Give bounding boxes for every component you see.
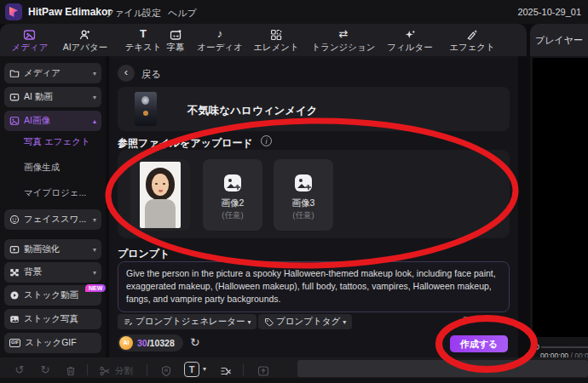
main-panel: ‹ 戻る 不気味なハロウィンメイク 参照ファイルをアップロード 画像2 (任意) <box>109 56 518 357</box>
tab-label: 字幕 <box>167 42 185 54</box>
text-icon: T <box>125 27 162 41</box>
tab-elements[interactable]: エレメント <box>253 27 299 54</box>
chevron-down-icon: ▾ <box>93 70 96 77</box>
app-name: HitPaw Edimakor <box>28 6 112 18</box>
add-image-icon <box>293 173 314 193</box>
tag-icon <box>264 317 274 327</box>
prompt-generator-button[interactable]: プロンプトジェネレーター ▾ <box>118 314 257 329</box>
add-image-icon <box>222 173 243 193</box>
tab-audio[interactable]: ♪ オーディオ <box>197 27 242 54</box>
undo-icon[interactable]: ↺ <box>10 361 29 380</box>
text-tool-button[interactable]: T <box>184 362 199 377</box>
credits-used: 30 <box>137 338 147 348</box>
top-tab-bar: メディア AIアバター T テキスト 字幕 ♪ オーディオ エレメント ⇄ トラ… <box>0 24 527 56</box>
stock-video-icon <box>9 290 20 300</box>
sidebar-item-face-swap[interactable]: フェイススワ... ▾ <box>4 209 101 230</box>
ai-credit-coin-icon: AI <box>119 336 133 350</box>
uploaded-portrait-photo <box>140 162 181 228</box>
timeline-track-area[interactable] <box>297 360 588 377</box>
sidebar: メディア ▾ AI 動画 ▾ AI画像 ▴ 写真 エフェクト 画像生成 マイプロ… <box>0 56 106 357</box>
sidebar-subitem-image-generation[interactable]: 画像生成 <box>24 160 60 175</box>
player-seek-bar[interactable] <box>533 343 588 350</box>
upload-slot-2[interactable]: 画像2 (任意) <box>203 159 262 231</box>
elements-grid-icon <box>253 27 299 41</box>
track-split-icon[interactable] <box>216 361 235 380</box>
shield-icon[interactable] <box>157 361 176 380</box>
tab-label: トランジション <box>311 42 375 54</box>
scissors-icon[interactable] <box>95 361 114 380</box>
chevron-down-icon: ▾ <box>343 318 346 326</box>
sidebar-item-stock-photo[interactable]: ストック写真 <box>4 309 101 329</box>
title-bar: HitPaw Edimakor ファイル 設定 ヘルプ 2025-10-29_0… <box>0 0 588 24</box>
credits-pill[interactable]: AI 30 /10328 <box>118 334 183 352</box>
upload-section-title: 参照ファイルをアップロード <box>118 136 253 151</box>
sidebar-item-stock-gif[interactable]: GIF ストックGIF <box>4 333 101 353</box>
chevron-down-icon: ▾ <box>93 246 96 254</box>
tab-subtitles[interactable]: 字幕 <box>167 27 185 54</box>
chevron-down-icon[interactable]: ▾ <box>203 365 206 373</box>
sidebar-item-ai-video[interactable]: AI 動画 ▾ <box>4 87 101 107</box>
menu-file[interactable]: ファイル <box>105 7 143 20</box>
delete-icon[interactable] <box>61 361 80 380</box>
app-window: HitPaw Edimakor ファイル 設定 ヘルプ 2025-10-29_0… <box>0 0 588 383</box>
player-title: プレイヤー <box>535 34 583 47</box>
template-title: 不気味なハロウィンメイク <box>187 104 318 118</box>
menu-help[interactable]: ヘルプ <box>168 7 197 20</box>
video-enhance-icon <box>9 244 20 254</box>
player-panel: 00:00:00 / 00:00:00 <box>530 56 588 357</box>
chevron-down-icon: ▾ <box>93 216 96 224</box>
subtitles-icon <box>167 27 185 41</box>
create-button[interactable]: 作成する <box>450 335 508 352</box>
tab-filters[interactable]: フィルター <box>387 27 432 54</box>
ai-image-icon <box>9 116 20 126</box>
effects-wand-icon <box>449 27 495 41</box>
audio-note-icon: ♪ <box>197 27 242 41</box>
gif-icon: GIF <box>9 339 20 347</box>
tab-effects[interactable]: エフェクト <box>449 27 495 54</box>
upload-slot-3[interactable]: 画像3 (任意) <box>274 159 333 231</box>
chevron-down-icon: ▾ <box>93 94 96 101</box>
bottom-strip <box>0 378 588 383</box>
sidebar-item-background[interactable]: 背景 ▾ <box>4 262 101 283</box>
video-icon <box>9 92 20 102</box>
export-icon[interactable] <box>254 361 273 380</box>
prompt-textarea[interactable]: Give the person in the picture a spooky … <box>118 261 510 312</box>
tab-media[interactable]: メディア <box>12 27 49 54</box>
menu-settings[interactable]: 設定 <box>142 7 161 20</box>
prompt-section-title: プロンプト <box>118 247 170 261</box>
sidebar-item-media[interactable]: メディア ▾ <box>4 63 101 83</box>
tab-label: オーディオ <box>197 42 242 54</box>
media-icon <box>12 27 49 41</box>
upload-card: 画像2 (任意) 画像3 (任意) <box>118 150 510 238</box>
refresh-icon[interactable]: ↻ <box>190 335 200 349</box>
sidebar-item-video-enhance[interactable]: 動画強化 ▾ <box>4 239 101 260</box>
face-swap-icon <box>9 214 20 225</box>
new-badge: NEW <box>85 284 106 292</box>
split-label[interactable]: 分割 <box>115 365 133 377</box>
template-thumbnail <box>135 92 157 126</box>
tab-label: AIアバター <box>63 42 108 54</box>
tab-text[interactable]: T テキスト <box>125 27 162 54</box>
sidebar-item-ai-image[interactable]: AI画像 ▴ <box>4 111 101 131</box>
seek-knob[interactable] <box>533 344 539 350</box>
upload-slot-1[interactable] <box>130 159 190 231</box>
chevron-up-icon: ▴ <box>93 117 96 125</box>
back-label: 戻る <box>141 68 161 81</box>
transition-arrows-icon: ⇄ <box>311 27 375 41</box>
info-icon[interactable] <box>261 135 272 146</box>
tab-label: テキスト <box>125 42 162 54</box>
char-count: 317/2000 <box>463 314 497 323</box>
credits-total: /10328 <box>147 338 175 348</box>
template-card: 不気味なハロウィンメイク <box>118 87 510 131</box>
avatar-icon <box>63 27 108 41</box>
back-button[interactable]: ‹ <box>118 65 135 82</box>
tab-ai-avatar[interactable]: AIアバター <box>63 27 108 54</box>
checkerboard-icon <box>9 267 20 277</box>
chevron-down-icon: ▾ <box>247 318 251 326</box>
redo-icon[interactable]: ↻ <box>36 361 55 380</box>
tab-transitions[interactable]: ⇄ トランジション <box>311 27 375 54</box>
prompt-tags-button[interactable]: プロンプトタグ ▾ <box>258 314 352 329</box>
sidebar-subitem-photo-effect[interactable]: 写真 エフェクト <box>24 134 90 150</box>
sidebar-subitem-my-projects[interactable]: マイプロジェ... <box>24 186 86 201</box>
tab-label: メディア <box>12 42 49 54</box>
